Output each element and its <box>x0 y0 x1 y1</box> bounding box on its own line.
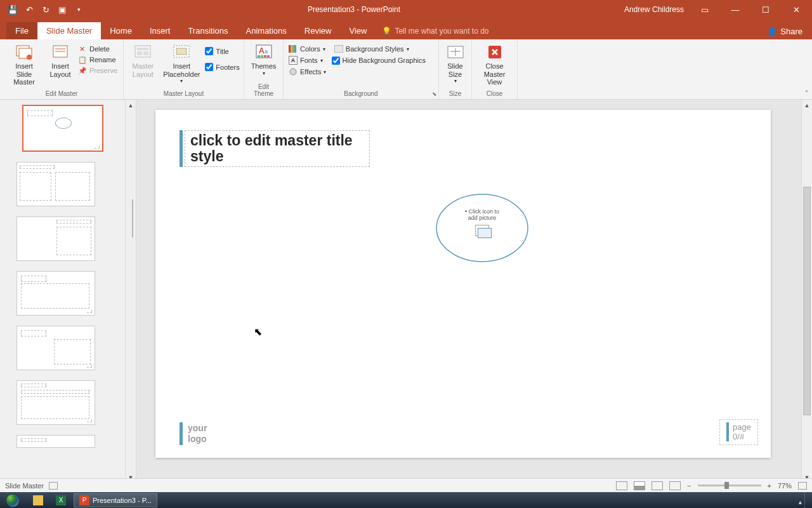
close-icon[interactable]: ✕ <box>787 0 806 19</box>
undo-icon[interactable]: ↶ <box>24 4 34 15</box>
slideshow-view-icon[interactable] <box>669 481 681 490</box>
close-master-view-button[interactable]: Close Master View <box>475 42 514 88</box>
tell-me-search[interactable]: 💡 Tell me what you want to do <box>376 23 495 39</box>
group-label-background: Background <box>289 89 433 99</box>
slide-canvas-area[interactable]: click to edit master title style • Click… <box>136 100 812 483</box>
title-placeholder[interactable]: click to edit master title style <box>185 130 370 167</box>
layout-thumbnail[interactable] <box>16 380 95 425</box>
logo-accent-bar <box>180 422 183 445</box>
insert-slide-master-button[interactable]: Insert Slide Master <box>6 42 43 88</box>
qat-customize-icon[interactable]: ▾ <box>74 4 84 15</box>
title-accent-bar <box>180 130 183 167</box>
taskbar-powerpoint[interactable]: P Presentation3 - P... <box>74 493 157 507</box>
effects-button[interactable]: Effects▾ <box>289 67 326 76</box>
delete-button[interactable]: ✕Delete <box>78 44 117 53</box>
scroll-thumb[interactable] <box>132 199 133 237</box>
svg-rect-23 <box>334 45 343 53</box>
tab-file[interactable]: File <box>6 22 37 39</box>
picture-placeholder[interactable]: • Click icon to add picture <box>435 192 530 264</box>
minimize-icon[interactable]: — <box>726 0 745 19</box>
notes-icon[interactable] <box>49 482 58 490</box>
svg-rect-7 <box>137 48 148 50</box>
lightbulb-icon: 💡 <box>382 27 391 36</box>
tab-review[interactable]: Review <box>296 22 341 39</box>
logo-placeholder[interactable]: yourlogo <box>180 422 207 445</box>
tell-me-placeholder: Tell me what you want to do <box>395 27 488 36</box>
ribbon-display-options-icon[interactable]: ▭ <box>695 0 714 19</box>
show-hidden-icons-icon[interactable]: ▲ <box>797 499 803 505</box>
layout-thumbnail[interactable] <box>16 217 95 261</box>
fit-to-window-icon[interactable] <box>798 482 807 490</box>
share-label: Share <box>780 27 802 36</box>
group-label-close: Close <box>477 89 512 99</box>
canvas-scrollbar[interactable]: ▲ ▼ <box>801 100 812 483</box>
master-layout-button: Master Layout <box>128 42 158 79</box>
tab-insert[interactable]: Insert <box>141 22 180 39</box>
slide-master-thumbnail[interactable] <box>22 105 103 152</box>
tab-animations[interactable]: Animations <box>237 22 296 39</box>
title-checkbox[interactable]: Title <box>205 47 239 55</box>
slide-master-canvas[interactable]: click to edit master title style • Click… <box>155 110 771 458</box>
tab-slide-master[interactable]: Slide Master <box>37 22 101 39</box>
scroll-thumb[interactable] <box>803 187 811 415</box>
collapse-ribbon-icon[interactable]: ˄ <box>805 90 808 97</box>
layout-thumbnail[interactable] <box>16 435 95 448</box>
excel-icon: X <box>56 495 66 505</box>
group-label-edit-theme: Edit Theme <box>249 82 278 99</box>
share-button[interactable]: 👤 Share <box>757 23 812 39</box>
save-icon[interactable]: 💾 <box>8 4 18 15</box>
insert-picture-icon[interactable] <box>475 225 489 236</box>
slide-sorter-view-icon[interactable] <box>634 481 645 490</box>
scroll-up-icon[interactable]: ▲ <box>126 100 136 110</box>
slide-size-button[interactable]: Slide Size▾ <box>442 42 469 85</box>
themes-button[interactable]: Aa Themes▾ <box>248 42 280 77</box>
close-master-view-icon <box>485 43 505 61</box>
reading-view-icon[interactable] <box>652 481 663 490</box>
taskbar-excel[interactable]: X <box>51 493 71 507</box>
redo-icon[interactable]: ↻ <box>41 4 51 15</box>
svg-rect-9 <box>143 51 148 55</box>
zoom-level[interactable]: 77% <box>778 482 792 490</box>
normal-view-icon[interactable] <box>616 481 627 490</box>
insert-placeholder-button[interactable]: Insert Placeholder▾ <box>162 42 201 85</box>
scroll-up-icon[interactable]: ▲ <box>802 100 812 110</box>
fonts-button[interactable]: AFonts▾ <box>289 56 323 65</box>
svg-rect-22 <box>294 45 296 53</box>
layout-thumbnail[interactable] <box>16 271 95 316</box>
zoom-out-icon[interactable]: − <box>687 482 691 490</box>
background-styles-button[interactable]: Background Styles▾ <box>334 44 409 53</box>
start-from-beginning-icon[interactable]: ▣ <box>57 4 67 15</box>
start-button[interactable] <box>0 492 25 508</box>
group-label-size: Size <box>444 89 466 99</box>
themes-icon: Aa <box>254 43 274 61</box>
ribbon-tabs: File Slide Master Home Insert Transition… <box>0 19 812 39</box>
thumbnail-scrollbar[interactable]: ▲ ▼ <box>125 100 136 483</box>
zoom-slider[interactable] <box>698 485 761 486</box>
zoom-in-icon[interactable]: + <box>768 482 771 490</box>
taskbar-powerpoint-label: Presentation3 - P... <box>93 497 152 504</box>
colors-button[interactable]: Colors▾ <box>289 44 325 53</box>
svg-rect-19 <box>289 45 291 53</box>
rename-button[interactable]: 📋Rename <box>78 55 117 64</box>
footers-checkbox[interactable]: Footers <box>205 63 239 71</box>
hide-background-graphics-checkbox[interactable]: Hide Background Graphics <box>332 56 426 65</box>
layout-thumbnail[interactable] <box>16 162 95 206</box>
tab-view[interactable]: View <box>340 22 376 39</box>
background-launcher-icon[interactable]: ⬊ <box>432 91 437 97</box>
page-number-placeholder[interactable]: page0/# <box>719 419 758 445</box>
preserve-button[interactable]: 📌Preserve <box>78 66 117 75</box>
group-label-master-layout: Master Layout <box>129 89 239 99</box>
show-desktop-button[interactable] <box>804 492 812 508</box>
svg-rect-18 <box>267 55 270 57</box>
tab-transitions[interactable]: Transitions <box>179 22 237 39</box>
windows-taskbar: X P Presentation3 - P... ▲ <box>0 492 812 508</box>
maximize-icon[interactable]: ☐ <box>756 0 775 19</box>
group-label-edit-master: Edit Master <box>5 89 118 99</box>
taskbar-file-explorer[interactable] <box>28 493 48 507</box>
insert-layout-button[interactable]: Insert Layout <box>46 42 74 79</box>
svg-rect-11 <box>176 48 187 55</box>
effects-icon <box>289 67 298 76</box>
layout-thumbnail[interactable] <box>16 326 95 370</box>
account-user[interactable]: Andrew Childress <box>624 5 684 14</box>
tab-home[interactable]: Home <box>101 22 141 39</box>
